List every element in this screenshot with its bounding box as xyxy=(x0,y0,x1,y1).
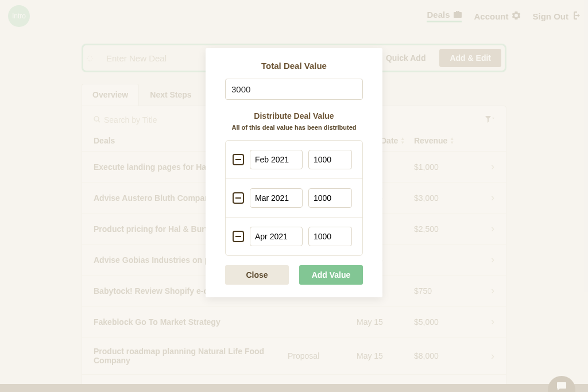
month-input[interactable] xyxy=(250,188,303,208)
total-value-input[interactable] xyxy=(225,79,363,100)
value-input[interactable] xyxy=(308,227,352,246)
svg-rect-3 xyxy=(235,197,241,199)
month-input[interactable] xyxy=(250,150,303,169)
month-input[interactable] xyxy=(250,227,303,246)
remove-entry-button[interactable] xyxy=(233,154,244,165)
svg-rect-2 xyxy=(235,159,241,160)
distribute-label: Distribute Deal Value xyxy=(225,111,363,121)
value-input[interactable] xyxy=(308,150,352,169)
remove-entry-button[interactable] xyxy=(233,231,244,242)
distribution-row xyxy=(226,179,362,218)
remove-entry-button[interactable] xyxy=(233,192,244,204)
total-deal-value-label: Total Deal Value xyxy=(225,61,363,71)
deal-value-modal: Total Deal Value Distribute Deal Value A… xyxy=(206,48,382,297)
modal-overlay: Total Deal Value Distribute Deal Value A… xyxy=(0,0,588,392)
value-input[interactable] xyxy=(308,188,352,208)
distribute-note: All of this deal value has been distribu… xyxy=(225,124,363,131)
distribution-row xyxy=(226,141,362,179)
distribution-row xyxy=(226,218,362,255)
add-value-button[interactable]: Add Value xyxy=(299,265,363,285)
svg-rect-4 xyxy=(235,236,241,237)
close-button[interactable]: Close xyxy=(225,265,289,285)
